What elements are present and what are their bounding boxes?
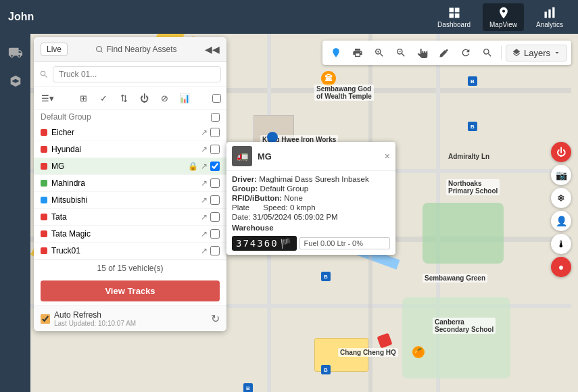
bus-stop-3: B bbox=[468, 122, 477, 131]
date-value: 31/05/2024 05:09:02 PM bbox=[253, 213, 338, 221]
truck-icon[interactable] bbox=[3, 41, 28, 65]
filter-slash-btn[interactable]: ⊘ bbox=[156, 90, 172, 106]
share-icon[interactable]: ↗ bbox=[201, 145, 208, 154]
popup-close-btn[interactable]: × bbox=[385, 151, 390, 162]
vehicle-actions: ↗ bbox=[201, 178, 220, 188]
changcheng-pin: 🍊 bbox=[412, 346, 425, 358]
dashboard-nav-btn[interactable]: Dashboard bbox=[431, 3, 477, 31]
power-tool-btn[interactable]: ⏻ bbox=[551, 142, 571, 162]
svg-rect-2 bbox=[449, 13, 454, 18]
zoom-in-btn[interactable] bbox=[370, 43, 389, 62]
print-tool-btn[interactable] bbox=[348, 43, 367, 62]
filter-grid-btn[interactable]: ⊞ bbox=[75, 90, 91, 106]
camera-tool-btn[interactable]: 📷 bbox=[551, 165, 571, 185]
vehicle-checkbox[interactable] bbox=[210, 246, 220, 255]
search-map-btn[interactable] bbox=[478, 43, 497, 62]
vehicle-checkbox[interactable] bbox=[210, 229, 220, 239]
vehicle-checkbox[interactable] bbox=[210, 162, 220, 171]
mapview-nav-btn[interactable]: MapView bbox=[483, 3, 524, 31]
popup-date-row: Date: 31/05/2024 05:09:02 PM bbox=[232, 213, 390, 221]
dashboard-label: Dashboard bbox=[437, 21, 471, 28]
panel-header: Live Find Nearby Assets ◀◀ bbox=[34, 37, 226, 62]
bus-stop-2: B bbox=[468, 76, 477, 86]
odometer-display: 374360 🏴 bbox=[232, 236, 297, 251]
vehicle-name: Truck01 bbox=[51, 246, 197, 255]
zoom-out-btn[interactable] bbox=[391, 43, 410, 62]
group-checkbox[interactable] bbox=[211, 113, 220, 122]
panel-collapse-btn[interactable]: ◀◀ bbox=[205, 44, 220, 55]
settings-tool-btn[interactable]: ❄ bbox=[551, 188, 571, 208]
temp-tool-btn[interactable]: 🌡 bbox=[551, 234, 571, 254]
rfid-label: RFID/iButton: bbox=[232, 194, 282, 202]
share-icon[interactable]: ↗ bbox=[201, 128, 208, 137]
share-icon[interactable]: ↗ bbox=[201, 246, 208, 255]
vehicle-dot bbox=[41, 146, 47, 153]
vehicle-list: Eicher ↗ Hyundai ↗ MG 🔒 ↗ bbox=[34, 124, 226, 260]
select-all-checkbox[interactable] bbox=[212, 94, 221, 103]
vehicle-dot bbox=[41, 247, 47, 254]
vehicle-checkbox[interactable] bbox=[210, 145, 220, 154]
share-icon[interactable]: ↗ bbox=[201, 212, 208, 222]
layers-dropdown-btn[interactable]: Layers bbox=[506, 45, 567, 62]
vehicle-dot bbox=[41, 180, 47, 187]
manual-refresh-btn[interactable]: ↻ bbox=[211, 312, 220, 325]
analytics-label: Analytics bbox=[536, 21, 563, 28]
vehicle-item-eicher: Eicher ↗ bbox=[34, 124, 226, 141]
right-toolbar: ⏻ 📷 ❄ 👤 🌡 ● bbox=[551, 142, 571, 277]
analytics-nav-btn[interactable]: Analytics bbox=[529, 3, 570, 31]
vehicle-checkbox[interactable] bbox=[210, 212, 220, 222]
temple-pin: 🏛 bbox=[321, 71, 336, 86]
svg-rect-1 bbox=[454, 7, 459, 12]
vehicle-marker[interactable] bbox=[379, 335, 391, 347]
svg-rect-4 bbox=[544, 11, 546, 18]
driver-value: Maghimai Dass Suresh Inbasek bbox=[259, 175, 368, 183]
vehicle-popup-icon: 🚛 bbox=[232, 146, 252, 166]
auto-refresh-text: Auto Refresh Last Updated: 10:10:07 AM bbox=[54, 310, 207, 327]
mapview-label: MapView bbox=[489, 21, 517, 28]
filter-sort-btn[interactable]: ⇅ bbox=[116, 90, 132, 106]
filter-power-btn[interactable]: ⏻ bbox=[136, 90, 152, 106]
auto-refresh-label: Auto Refresh bbox=[54, 310, 101, 320]
vehicle-actions: ↗ bbox=[201, 128, 220, 137]
popup-driver-row: Driver: Maghimai Dass Suresh Inbasek bbox=[232, 175, 390, 183]
filter-check-btn[interactable]: ✓ bbox=[95, 90, 112, 106]
vehicle-item-hyundai: Hyundai ↗ bbox=[34, 141, 226, 158]
share-icon[interactable]: ↗ bbox=[201, 162, 208, 171]
top-nav: Dashboard MapView Analytics bbox=[431, 3, 570, 31]
lock-icon: 🔒 bbox=[188, 162, 198, 171]
search-input[interactable] bbox=[53, 66, 221, 82]
share-icon[interactable]: ↗ bbox=[201, 195, 208, 205]
pan-tool-btn[interactable] bbox=[413, 43, 432, 62]
svg-rect-5 bbox=[548, 9, 550, 18]
vehicle-count: 15 of 15 vehicle(s) bbox=[34, 260, 226, 276]
share-icon[interactable]: ↗ bbox=[201, 178, 208, 188]
vehicle-item-truck01: Truck01 ↗ bbox=[34, 243, 226, 260]
auto-refresh-checkbox[interactable] bbox=[41, 314, 50, 324]
vehicle-dot bbox=[41, 214, 47, 220]
view-tracks-btn[interactable]: View Tracks bbox=[41, 280, 220, 301]
box-icon[interactable] bbox=[3, 69, 28, 93]
location-value: Warehouse bbox=[232, 224, 274, 232]
person-tool-btn[interactable]: 👤 bbox=[551, 211, 571, 231]
filter-chart-btn[interactable]: 📊 bbox=[176, 90, 193, 106]
refresh-tool-btn[interactable] bbox=[456, 43, 475, 62]
vehicle-checkbox[interactable] bbox=[210, 195, 220, 205]
vehicle-actions: ↗ bbox=[201, 246, 220, 255]
filter-menu-btn[interactable]: ☰▾ bbox=[39, 90, 55, 106]
vehicle-name: Mitsubishi bbox=[51, 195, 197, 205]
find-nearby-btn[interactable]: Find Nearby Assets bbox=[95, 45, 176, 54]
vehicle-actions: ↗ bbox=[201, 229, 220, 239]
vehicle-name: Hyundai bbox=[51, 145, 197, 154]
rfid-value: None bbox=[284, 194, 303, 202]
driver-label: Driver: bbox=[232, 175, 257, 183]
vehicle-checkbox[interactable] bbox=[210, 128, 220, 137]
share-icon[interactable]: ↗ bbox=[201, 229, 208, 239]
info-popup-header: 🚛 MG × bbox=[226, 142, 395, 171]
pin-tool-btn[interactable] bbox=[327, 43, 345, 62]
group-label-row: Default Group bbox=[34, 109, 226, 124]
status-tool-btn[interactable]: ● bbox=[551, 257, 571, 277]
odometer-value: 374360 bbox=[236, 238, 279, 249]
ruler-tool-btn[interactable] bbox=[435, 43, 454, 62]
map-area[interactable]: The Carpenters Bar 🏛 Sembawang Godof Wea… bbox=[30, 34, 578, 392]
vehicle-checkbox[interactable] bbox=[210, 178, 220, 188]
